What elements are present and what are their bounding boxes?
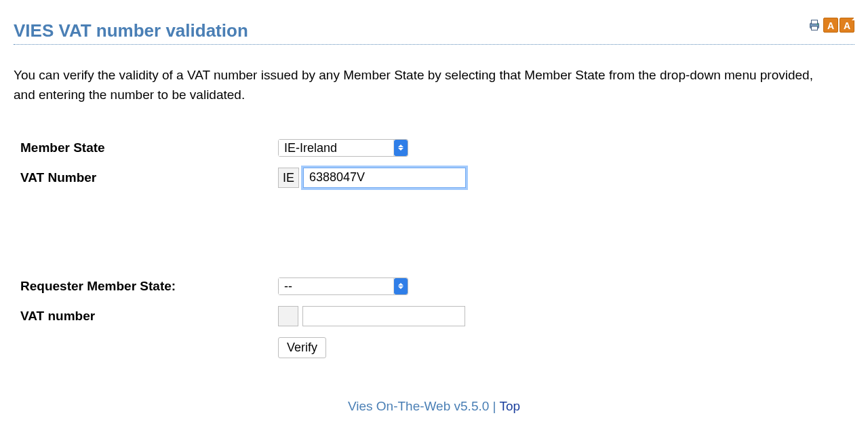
member-state-label: Member State (20, 140, 278, 155)
vat-number-label: VAT Number (20, 170, 278, 185)
chevron-updown-icon (394, 140, 408, 156)
member-state-select[interactable]: IE-Ireland (278, 139, 408, 157)
chevron-updown-icon (394, 278, 408, 294)
top-link[interactable]: Top (499, 399, 520, 413)
requester-vat-prefix (278, 306, 298, 326)
text-size-large-icon[interactable]: A (840, 18, 854, 33)
member-state-selected: IE-Ireland (279, 140, 394, 156)
vat-number-input[interactable] (303, 168, 466, 188)
print-icon[interactable] (807, 18, 822, 33)
requester-vat-input[interactable] (302, 306, 465, 326)
text-size-normal-icon[interactable]: A (823, 18, 838, 33)
requester-vat-label: VAT number (20, 309, 278, 324)
footer-separator: | (489, 399, 499, 413)
vat-prefix: IE (278, 168, 299, 188)
page-title: VIES VAT number validation (14, 20, 248, 41)
requester-state-select[interactable]: -- (278, 277, 408, 295)
verify-button[interactable]: Verify (278, 337, 326, 358)
header-tools: A A (807, 14, 854, 33)
intro-text: You can verify the validity of a VAT num… (14, 65, 814, 105)
requester-state-label: Requester Member State: (20, 279, 278, 294)
svg-rect-1 (811, 20, 817, 24)
footer-version: Vies On-The-Web v5.5.0 (348, 399, 489, 413)
footer: Vies On-The-Web v5.5.0 | Top (14, 399, 854, 414)
svg-rect-2 (811, 26, 817, 31)
requester-state-selected: -- (279, 278, 394, 294)
svg-point-3 (817, 24, 818, 25)
